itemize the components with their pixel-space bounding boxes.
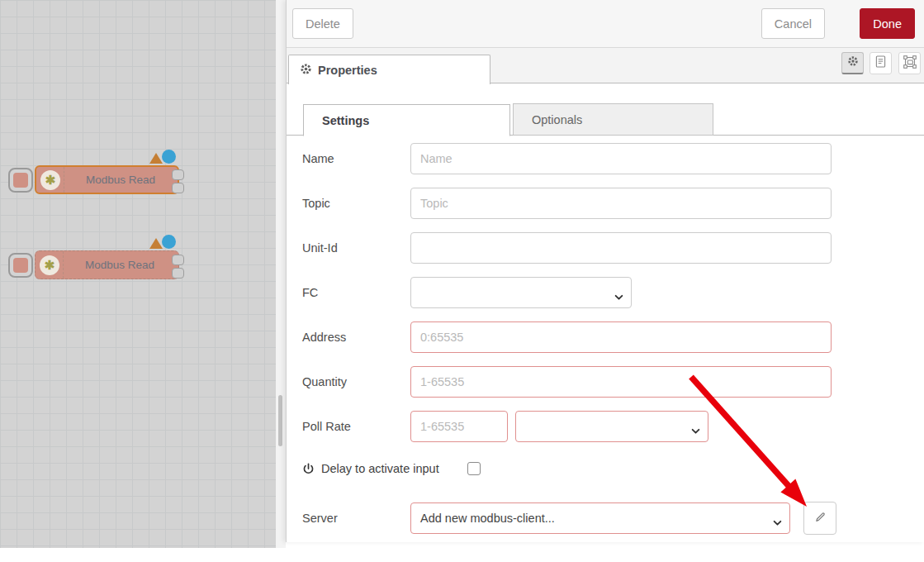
unit-id-input[interactable] (410, 232, 832, 264)
fc-select[interactable] (410, 277, 632, 308)
node-icon-area: ✱ (36, 167, 64, 193)
address-label: Address (302, 321, 346, 353)
output-port-1[interactable] (172, 169, 184, 180)
delay-checkbox[interactable] (467, 462, 481, 475)
server-selected-value: Add new modbus-client... (420, 512, 555, 525)
delete-button[interactable]: Delete (292, 8, 353, 39)
quantity-row: Quantity (287, 366, 924, 399)
gear-icon (300, 63, 312, 78)
unit-id-row: Unit-Id (287, 232, 924, 265)
done-button[interactable]: Done (860, 8, 915, 39)
topic-row: Topic (287, 188, 924, 221)
node-red-editor: ✱ Modbus Read ✱ Modbus Read Delete Cance… (0, 0, 924, 562)
tab-properties[interactable]: Properties (288, 55, 490, 84)
node-label: Modbus Read (65, 251, 174, 279)
quantity-label: Quantity (302, 366, 347, 398)
properties-tab-label: Properties (318, 64, 377, 77)
topic-input[interactable] (410, 188, 832, 219)
chevron-down-icon (614, 290, 623, 303)
poll-rate-input[interactable] (410, 411, 508, 442)
fc-row: FC (287, 277, 924, 310)
node-button-fill (13, 258, 28, 273)
tab-optionals[interactable]: Optionals (513, 103, 713, 136)
poll-rate-unit-select[interactable] (515, 411, 708, 442)
edit-properties-button[interactable] (841, 52, 864, 74)
address-input[interactable] (410, 321, 832, 353)
tab-settings[interactable]: Settings (303, 104, 510, 136)
node-changed-icon (162, 235, 176, 249)
poll-rate-label: Poll Rate (302, 411, 351, 442)
output-port-1[interactable] (172, 255, 184, 265)
fc-label: FC (302, 277, 318, 308)
flow-canvas[interactable]: ✱ Modbus Read ✱ Modbus Read (0, 0, 276, 548)
node-appearance-button[interactable] (898, 52, 921, 74)
node-button[interactable] (8, 253, 33, 278)
edit-server-button[interactable] (803, 502, 836, 535)
delay-label: Delay to activate input (321, 462, 439, 475)
name-input[interactable] (410, 143, 832, 174)
modbus-read-node-1[interactable]: ✱ Modbus Read (35, 165, 179, 194)
output-port-2[interactable] (172, 183, 184, 193)
node-warning-icon (149, 153, 163, 164)
gear-icon (847, 55, 859, 70)
topic-label: Topic (302, 188, 330, 219)
tray-toolbar: Delete Cancel Done (287, 0, 924, 48)
server-select[interactable]: Add new modbus-client... (410, 502, 790, 534)
chevron-down-icon (691, 424, 700, 437)
appearance-frame-icon (903, 55, 917, 72)
modbus-asterisk-icon: ✱ (40, 255, 59, 275)
server-label: Server (302, 502, 338, 534)
pencil-icon (814, 511, 827, 526)
tray-gutter (276, 0, 286, 548)
chevron-down-icon (773, 516, 782, 529)
node-changed-icon (162, 150, 176, 164)
server-row: Server Add new modbus-client... (287, 502, 924, 537)
properties-header-row: Properties (287, 48, 924, 83)
address-row: Address (287, 321, 924, 355)
document-icon (875, 55, 886, 71)
delay-row: Delay to activate input (287, 456, 924, 481)
node-button[interactable] (8, 168, 33, 193)
edit-dialog-tray: Delete Cancel Done Properties (286, 0, 924, 542)
name-label: Name (302, 143, 334, 174)
modbus-read-node-2[interactable]: ✱ Modbus Read (35, 250, 179, 279)
settings-tab-bar: Settings Optionals (287, 101, 924, 136)
node-button-fill (13, 173, 28, 188)
edit-description-button[interactable] (870, 52, 892, 74)
name-row: Name (287, 143, 924, 176)
output-port-2[interactable] (172, 268, 184, 279)
poll-rate-row: Poll Rate (287, 411, 924, 444)
power-icon (302, 463, 315, 475)
cancel-button[interactable]: Cancel (761, 8, 825, 39)
quantity-input[interactable] (410, 366, 832, 398)
modbus-asterisk-icon: ✱ (40, 170, 60, 190)
node-warning-icon (149, 238, 163, 249)
tray-scrollbar-thumb[interactable] (278, 395, 282, 446)
node-label: Modbus Read (66, 167, 175, 193)
node-icon-area: ✱ (36, 251, 64, 279)
unit-id-label: Unit-Id (302, 232, 338, 264)
